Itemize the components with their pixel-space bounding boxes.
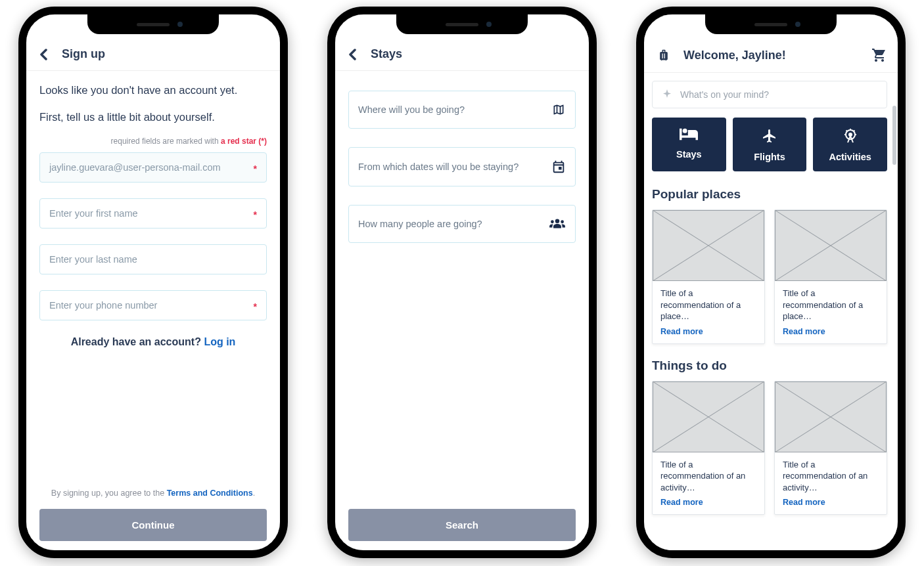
destination-field[interactable]: Where will you be going? [348, 91, 576, 129]
email-value: jayline.guevara@user-persona-mail.com [49, 162, 221, 173]
terms-suffix: . [253, 489, 255, 498]
page-title: Stays [371, 47, 402, 61]
svg-line-8 [854, 131, 855, 132]
luggage-icon[interactable] [657, 48, 670, 62]
destination-placeholder: Where will you be going? [358, 104, 465, 115]
search-button[interactable]: Search [348, 509, 576, 541]
map-icon [551, 103, 566, 116]
popular-row: Title of a recommendation of a place… Re… [652, 209, 887, 344]
required-asterisk: * [254, 209, 257, 220]
activity-card[interactable]: Title of a recommendation of an activity… [652, 381, 765, 515]
phone-notch [705, 14, 837, 34]
category-stays[interactable]: Stays [652, 118, 726, 171]
cart-icon[interactable] [871, 47, 887, 63]
card-title: Title of a recommendation of an activity… [783, 459, 879, 494]
ferris-wheel-icon [843, 128, 858, 144]
terms-line: By signing up, you agree to the Terms an… [39, 489, 267, 498]
svg-point-0 [555, 219, 560, 223]
back-icon[interactable] [39, 49, 49, 60]
placeholder-image [775, 381, 887, 452]
place-card[interactable]: Title of a recommendation of a place… Re… [774, 209, 887, 344]
category-label: Stays [676, 149, 702, 160]
welcome-title: Welcome, Jayline! [683, 49, 786, 62]
phone-frame-home: Welcome, Jayline! What's on your mind? [636, 7, 906, 558]
card-title: Title of a recommendation of a place… [660, 288, 756, 322]
activity-card[interactable]: Title of a recommendation of an activity… [774, 381, 887, 515]
phone-notch [87, 14, 219, 34]
screen-home: Welcome, Jayline! What's on your mind? [644, 14, 898, 550]
search-placeholder: What's on your mind? [680, 89, 769, 100]
email-field[interactable]: jayline.guevara@user-persona-mail.com * [39, 152, 267, 183]
required-note-red: a red star (*) [221, 137, 267, 146]
continue-button[interactable]: Continue [39, 509, 267, 541]
card-title: Title of a recommendation of a place… [783, 288, 879, 322]
phone-frame-stays: Stays Where will you be going? From whic… [327, 7, 597, 558]
required-asterisk: * [254, 163, 257, 174]
stays-content: Where will you be going? From which date… [335, 71, 589, 550]
home-content: What's on your mind? Stays Flights [644, 73, 898, 550]
placeholder-image [775, 210, 887, 281]
read-more-link[interactable]: Read more [660, 498, 703, 507]
placeholder-image [653, 381, 764, 452]
signup-content: Looks like you don't have an account yet… [26, 71, 280, 550]
header: Welcome, Jayline! [644, 35, 898, 73]
scrollbar[interactable] [892, 106, 896, 165]
placeholder-image [653, 210, 764, 281]
first-name-placeholder: Enter your first name [49, 208, 138, 219]
already-text: Already have an account? [71, 336, 204, 347]
svg-point-2 [561, 220, 564, 223]
category-label: Flights [754, 152, 785, 162]
page-title: Sign up [62, 47, 105, 61]
people-icon [549, 217, 566, 230]
guests-placeholder: How many people are going? [358, 219, 482, 229]
category-row: Stays Flights Activities [652, 118, 887, 171]
sparkle-icon [662, 89, 672, 100]
required-note-prefix: required fields are marked with [111, 137, 221, 146]
svg-line-9 [846, 131, 847, 132]
login-line: Already have an account? Log in [39, 336, 267, 348]
first-name-field[interactable]: Enter your first name * [39, 198, 267, 229]
section-popular-title: Popular places [652, 187, 887, 202]
intro-line-1: Looks like you don't have an account yet… [39, 83, 267, 98]
screen-stays: Stays Where will you be going? From whic… [335, 14, 589, 550]
read-more-link[interactable]: Read more [783, 327, 825, 336]
login-link[interactable]: Log in [204, 336, 235, 347]
read-more-link[interactable]: Read more [660, 327, 703, 336]
search-input[interactable]: What's on your mind? [652, 81, 887, 108]
required-note: required fields are marked with a red st… [39, 137, 267, 146]
read-more-link[interactable]: Read more [783, 498, 825, 507]
dates-placeholder: From which dates will you be staying? [358, 162, 519, 172]
svg-point-1 [551, 220, 554, 223]
back-icon[interactable] [348, 49, 358, 60]
category-label: Activities [829, 152, 871, 162]
place-card[interactable]: Title of a recommendation of a place… Re… [652, 209, 765, 344]
phone-placeholder: Enter your phone number [49, 300, 157, 311]
last-name-field[interactable]: Enter your last name [39, 244, 267, 274]
phone-field[interactable]: Enter your phone number * [39, 290, 267, 320]
phone-frame-signup: Sign up Looks like you don't have an acc… [18, 7, 288, 558]
section-things-title: Things to do [652, 359, 887, 373]
terms-prefix: By signing up, you agree to the [51, 489, 167, 498]
phone-notch [396, 14, 528, 34]
card-title: Title of a recommendation of an activity… [660, 459, 756, 494]
dates-field[interactable]: From which dates will you be staying? [348, 147, 576, 186]
last-name-placeholder: Enter your last name [49, 254, 137, 265]
guests-field[interactable]: How many people are going? [348, 205, 576, 243]
plane-icon [762, 128, 777, 144]
screen-signup: Sign up Looks like you don't have an acc… [26, 14, 280, 550]
header: Stays [335, 35, 589, 71]
things-row: Title of a recommendation of an activity… [652, 381, 887, 515]
calendar-icon [551, 160, 566, 174]
terms-link[interactable]: Terms and Conditions [167, 489, 253, 498]
category-activities[interactable]: Activities [813, 118, 887, 171]
required-asterisk: * [254, 301, 257, 312]
intro-line-2: First, tell us a little bit about yourse… [39, 110, 267, 125]
bed-icon [680, 128, 698, 141]
category-flights[interactable]: Flights [733, 118, 807, 171]
header: Sign up [26, 35, 280, 71]
